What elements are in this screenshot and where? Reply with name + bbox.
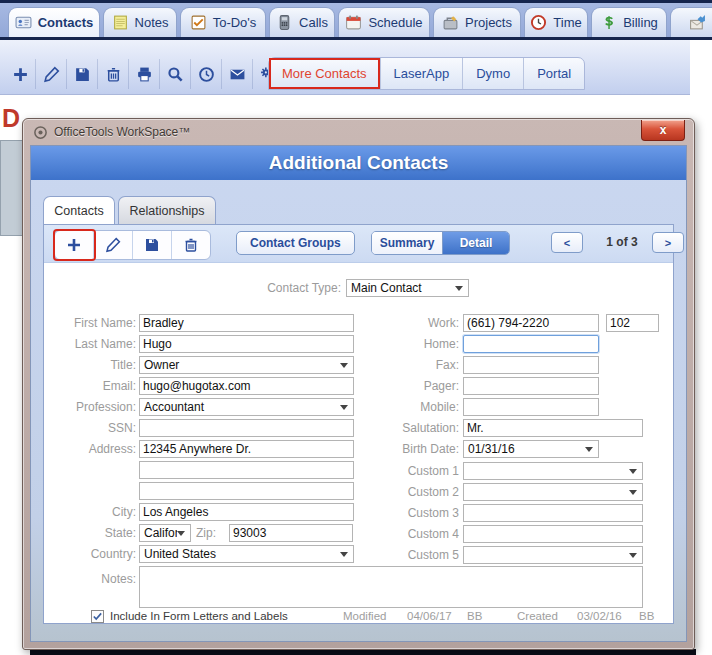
tab-calls[interactable]: Calls [269,7,335,37]
work-label: Work: [381,314,459,332]
dollar-icon [600,14,617,31]
dialog-header: Additional Contacts [31,146,686,180]
toolbar-icon-row [5,59,283,89]
delete-button[interactable] [98,59,129,89]
tab-schedule[interactable]: Schedule [338,7,430,37]
portal-button[interactable]: Portal [523,58,584,89]
mobile-label: Mobile: [381,398,459,416]
toolbar-button-group: More Contacts LaserApp Dymo Portal [268,57,585,90]
save-contact-button[interactable] [133,231,172,259]
created-label: Created [517,610,558,622]
tab-label: Notes [135,15,169,30]
search-icon [167,66,184,83]
pencil-icon [43,66,60,83]
work-extension-input[interactable] [606,314,659,332]
contacts-card-icon [15,14,32,31]
created-date: 03/02/16 [577,610,622,622]
dialog-tab-contacts[interactable]: Contacts [43,196,115,224]
print-button[interactable] [129,59,160,89]
history-button[interactable] [191,59,222,89]
custom5-label: Custom 5 [381,546,459,564]
custom4-input[interactable] [463,525,643,543]
tab-time[interactable]: Time [524,7,588,37]
pager-input[interactable] [463,377,599,395]
tab-todos[interactable]: To-Do's [180,7,266,37]
custom1-select[interactable] [463,462,643,480]
trash-icon [105,66,122,83]
custom5-select[interactable] [463,546,643,564]
contact-groups-button[interactable]: Contact Groups [236,231,355,255]
salutation-input[interactable] [463,419,643,437]
dropdown-arrow-icon [629,469,637,474]
detail-button[interactable]: Detail [443,232,509,254]
add-contact-button[interactable] [55,231,94,259]
custom4-label: Custom 4 [381,525,459,543]
tab-billing[interactable]: Billing [591,7,667,37]
created-initials: BB [639,610,654,622]
delete-contact-button[interactable] [172,231,210,259]
edit-button[interactable] [36,59,67,89]
contact-type-row: Contact Type: Main Contact [44,279,673,297]
edit-contact-button[interactable] [94,231,133,259]
tab-label: Projects [465,15,512,30]
screen: Contacts Notes To-Do's Calls Schedule Pr… [0,0,712,655]
contact-type-select[interactable]: Main Contact [346,279,469,297]
save-button[interactable] [67,59,98,89]
background-partial-text: D [2,104,20,133]
laserapp-button[interactable]: LaserApp [380,58,463,89]
custom3-label: Custom 3 [381,504,459,522]
dialog-tab-relationships[interactable]: Relationships [118,196,216,224]
dialog-body: Additional Contacts Contacts Relationshi… [30,145,687,642]
fax-label: Fax: [381,356,459,374]
dropdown-arrow-icon [629,553,637,558]
birth-date-select[interactable]: 01/31/16 [463,440,599,458]
include-form-letters-label: Include In Form Letters and Labels [110,610,288,622]
close-button[interactable]: x [641,120,685,141]
custom2-label: Custom 2 [381,483,459,501]
search-button[interactable] [160,59,191,89]
dropdown-arrow-icon [455,286,463,291]
notes-input[interactable] [139,566,643,608]
mail-icon [229,66,246,83]
dymo-button[interactable]: Dymo [462,58,523,89]
tab-documents-clipped[interactable]: D [670,7,712,37]
mobile-input[interactable] [463,398,599,416]
check-icon [92,611,103,622]
plus-icon [66,237,82,253]
fax-input[interactable] [463,356,599,374]
next-record-button[interactable]: > [652,232,684,253]
contact-type-label: Contact Type: [194,279,341,297]
window-logo-icon [33,125,48,140]
home-phone-input[interactable] [463,335,599,353]
custom3-input[interactable] [463,504,643,522]
clock-icon [530,14,547,31]
custom2-select[interactable] [463,483,643,501]
notes-label: Notes: [44,570,136,588]
tab-label: To-Do's [213,15,257,30]
tab-label: Schedule [368,15,422,30]
prev-record-button[interactable]: < [551,232,583,253]
email-button[interactable] [222,59,253,89]
tab-label: Time [553,15,581,30]
dialog-tabs: Contacts Relationships [31,180,686,224]
officetools-dialog: OfficeTools WorkSpace™ x Additional Cont… [22,118,695,650]
work-phone-input[interactable] [463,314,599,332]
tab-notes[interactable]: Notes [103,7,177,37]
tab-label: Billing [623,15,658,30]
close-icon: x [660,123,667,137]
new-button[interactable] [5,59,36,89]
summary-button[interactable]: Summary [372,232,443,254]
pencil-icon [105,237,121,253]
tab-projects[interactable]: Projects [433,7,521,37]
modified-date: 04/06/17 [407,610,452,622]
include-form-letters-checkbox[interactable] [91,610,104,623]
note-icon [112,14,129,31]
home-label: Home: [381,335,459,353]
modified-label: Modified [343,610,386,622]
tab-contacts[interactable]: Contacts [8,7,100,37]
chevron-right-icon: > [665,237,671,249]
more-contacts-button[interactable]: More Contacts [271,60,378,87]
modified-initials: BB [467,610,482,622]
salutation-label: Salutation: [381,419,459,437]
chevron-left-icon: < [564,237,570,249]
